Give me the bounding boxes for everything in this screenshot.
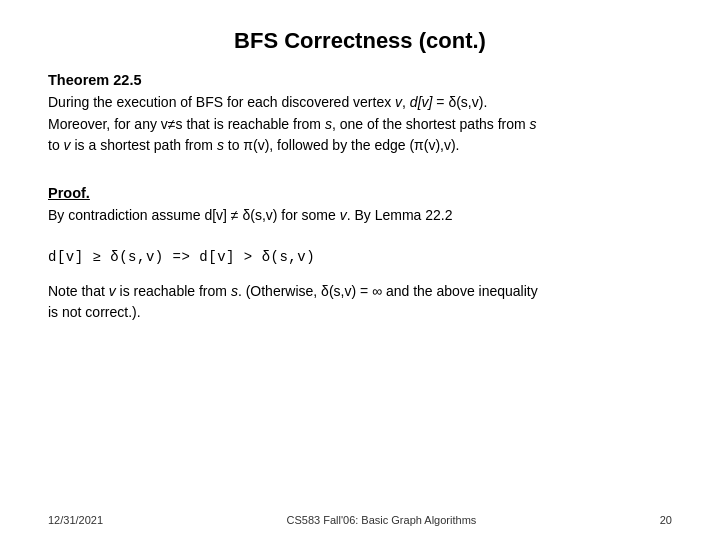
note-body: Note that v is reachable from s. (Otherw… [48, 281, 672, 324]
slide-title: BFS Correctness (cont.) [48, 28, 672, 54]
proof-line1: By contradiction assume d[v] ≠ δ(s,v) fo… [48, 207, 453, 223]
theorem-body: During the execution of BFS for each dis… [48, 92, 672, 157]
code-expression: d[v] ≥ δ(s,v) => d[v] > δ(s,v) [48, 249, 672, 265]
theorem-line2: Moreover, for any v≠s that is reachable … [48, 116, 537, 132]
slide: BFS Correctness (cont.) Theorem 22.5 Dur… [0, 0, 720, 540]
theorem-label: Theorem 22.5 [48, 72, 672, 88]
proof-label: Proof. [48, 185, 672, 201]
theorem-line3: to v is a shortest path from s to π(v), … [48, 137, 460, 153]
footer-page: 20 [660, 514, 672, 526]
note-line2: is not correct.). [48, 304, 141, 320]
note-line1: Note that v is reachable from s. (Otherw… [48, 283, 538, 299]
footer-center: CS583 Fall'06: Basic Graph Algorithms [287, 514, 477, 526]
footer: 12/31/2021 CS583 Fall'06: Basic Graph Al… [48, 514, 672, 526]
footer-date: 12/31/2021 [48, 514, 103, 526]
proof-body: By contradiction assume d[v] ≠ δ(s,v) fo… [48, 205, 672, 227]
theorem-line1: During the execution of BFS for each dis… [48, 94, 487, 110]
